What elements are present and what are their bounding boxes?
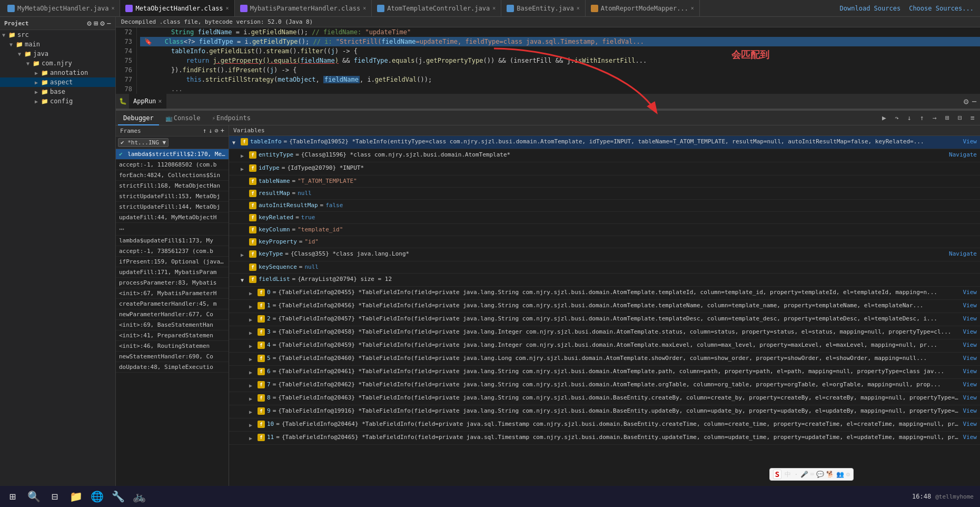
sogou-chinese-mode[interactable]: 中: [784, 470, 792, 479]
var-expand-field4[interactable]: ▶: [249, 340, 258, 351]
var-view-link-4[interactable]: View: [963, 340, 977, 350]
tab-metaobjecthandler[interactable]: MetaObjectHandler.class ×: [120, 0, 234, 17]
var-view-link-1[interactable]: View: [963, 301, 977, 310]
frame-item-13[interactable]: createParameterHandler:45, m: [116, 299, 229, 309]
sidebar-settings-icon[interactable]: ⚙: [87, 19, 91, 27]
frame-item-fold-icon[interactable]: ⋯: [116, 223, 229, 236]
frame-item-14[interactable]: newParameterHandler:677, Co: [116, 309, 229, 320]
taskbar-start[interactable]: ⊞: [2, 487, 23, 506]
frame-item-6[interactable]: updateFill:44, MyMetaObjectH: [116, 212, 229, 223]
tab-close-3[interactable]: ×: [363, 5, 366, 11]
var-row-field-0[interactable]: ▶ f 0 = {TableFieldInfo@20455} *TableFie…: [229, 287, 980, 300]
frames-toolbar-up[interactable]: ↑: [203, 127, 206, 134]
var-expand-field7[interactable]: ▶: [249, 380, 258, 391]
tree-item-com-njry[interactable]: ▼ 📁 com.njry: [0, 58, 115, 68]
sidebar-gear-icon[interactable]: ⚙: [100, 19, 104, 27]
taskbar-bike[interactable]: 🚲: [128, 487, 150, 506]
var-row-field-5[interactable]: ▶ f 5 = {TableFieldInfo@20460} *TableFie…: [229, 353, 980, 366]
var-view-link-2[interactable]: View: [963, 314, 977, 324]
var-row-entitytype[interactable]: ▶ f entityType = {Class@11596} *class co…: [229, 149, 980, 162]
var-navigate-link-keytype[interactable]: Navigate: [949, 249, 977, 259]
tab-atomtemplatecontroller[interactable]: AtomTemplateController.java ×: [372, 0, 501, 17]
var-expand-tableinfo[interactable]: ▼: [232, 137, 241, 148]
sogou-emoji-icon[interactable]: 🐕: [826, 471, 834, 478]
close-debug-panel-icon[interactable]: −: [972, 96, 977, 106]
tree-item-src[interactable]: ▼ 📁 src: [0, 30, 115, 40]
var-view-link-7[interactable]: View: [963, 380, 977, 389]
taskbar-edge[interactable]: 🌐: [86, 487, 107, 506]
app-run-close-icon[interactable]: ×: [158, 97, 162, 105]
taskbar-intellij[interactable]: 🔧: [107, 487, 128, 506]
run-to-cursor-btn[interactable]: →: [929, 113, 940, 123]
download-sources-link[interactable]: Download Sources: [840, 5, 901, 12]
tab-debugger[interactable]: Debugger: [118, 111, 159, 125]
step-into-btn[interactable]: ↓: [904, 113, 915, 123]
var-expand-idtype[interactable]: ▶: [241, 163, 249, 174]
tab-endpoints[interactable]: ⚡Endpoints: [206, 111, 256, 125]
var-navigate-link-entitytype[interactable]: Navigate: [949, 150, 977, 160]
var-expand-fieldlist[interactable]: ▼: [241, 275, 249, 285]
frame-item-11[interactable]: processParameter:83, Mybatis: [116, 278, 229, 288]
layout-btn[interactable]: ⊟: [955, 113, 965, 123]
frame-item-2[interactable]: forEach:4824, Collections$Sin: [116, 170, 229, 181]
var-row-resultmap[interactable]: f resultMap = null: [229, 188, 980, 200]
sogou-logo[interactable]: S: [773, 470, 781, 479]
tab-atomreportmodemapper[interactable]: AtomReportModeMapper... ×: [586, 0, 700, 17]
var-expand-keytype[interactable]: ▶: [241, 249, 249, 260]
gear-settings-icon[interactable]: ⚙: [964, 96, 969, 106]
var-view-link-10[interactable]: View: [963, 420, 977, 429]
var-row-keycolumn[interactable]: f keyColumn = "template_id": [229, 224, 980, 236]
evaluate-btn[interactable]: ⊞: [942, 113, 953, 123]
sogou-keyboard-icon[interactable]: ⌨: [810, 471, 814, 478]
var-row-field-3[interactable]: ▶ f 3 = {TableFieldInfo@20458} *TableFie…: [229, 326, 980, 339]
frame-item-9[interactable]: ifPresent:159, Optional (java.u: [116, 257, 229, 267]
var-row-field-10[interactable]: ▶ f 10 = {TableFieldInfo@20464} *TableFi…: [229, 418, 980, 432]
sogou-people-icon[interactable]: 👥: [836, 471, 844, 478]
frames-toolbar-down[interactable]: ↓: [209, 127, 212, 134]
frame-item-3[interactable]: strictFill:168, MetaObjectHan: [116, 181, 229, 191]
sogou-chat-icon[interactable]: 💬: [816, 471, 824, 478]
frames-add-icon[interactable]: +: [221, 127, 224, 134]
var-row-idtype[interactable]: ▶ f idType = {IdType@20790} *INPUT*: [229, 162, 980, 175]
var-row-field-8[interactable]: ▶ f 8 = {TableFieldInfo@20463} *TableFie…: [229, 392, 980, 405]
app-run-tab[interactable]: AppRun ×: [129, 94, 166, 109]
var-view-link-0[interactable]: View: [963, 288, 977, 297]
frame-item-4[interactable]: strictUpdateFill:153, MetaObj: [116, 191, 229, 202]
var-row-field-4[interactable]: ▶ f 4 = {TableFieldInfo@20459} *TableFie…: [229, 339, 980, 353]
tab-close-1[interactable]: ×: [111, 5, 114, 11]
tab-baseentity[interactable]: BaseEntity.java ×: [501, 0, 585, 17]
frame-item-15[interactable]: <init>:69, BaseStatementHan: [116, 320, 229, 330]
tab-close-4[interactable]: ×: [492, 5, 496, 11]
sogou-settings-icon[interactable]: ⚙: [846, 471, 850, 478]
var-row-tableinfo[interactable]: ▼ f tableInfo = {TableInfo@19052} *Table…: [229, 136, 980, 149]
frame-item-18[interactable]: newStatementHandler:690, Co: [116, 352, 229, 362]
frame-item-0[interactable]: ✔ lambda$strictFill$2:170, Meta: [116, 149, 229, 160]
var-row-field-11[interactable]: ▶ f 11 = {TableFieldInfo@20465} *TableFi…: [229, 432, 980, 445]
var-expand-field0[interactable]: ▶: [249, 288, 258, 298]
var-expand-field11[interactable]: ▶: [249, 433, 258, 443]
frames-filter-icon[interactable]: ⊘: [215, 127, 219, 134]
var-expand-field5[interactable]: ▶: [249, 354, 258, 364]
var-row-field-7[interactable]: ▶ f 7 = {TableFieldInfo@20462} *TableFie…: [229, 379, 980, 392]
tab-close-6[interactable]: ×: [691, 5, 694, 11]
var-view-link-tableinfo[interactable]: View: [963, 137, 977, 147]
var-expand-entitytype[interactable]: ▶: [241, 150, 249, 161]
frame-thread-dropdown[interactable]: ✔ *ht...ING ▼: [118, 138, 169, 147]
var-row-fieldlist[interactable]: ▼ f fieldList = {ArrayList@20794} size =…: [229, 274, 980, 287]
frame-item-17[interactable]: <init>:46, RoutingStatemen: [116, 341, 229, 352]
var-row-keyrelated[interactable]: f keyRelated = true: [229, 212, 980, 224]
var-view-link-11[interactable]: View: [963, 433, 977, 442]
var-expand-field10[interactable]: ▶: [249, 420, 258, 430]
tree-item-annotation[interactable]: ▶ 📁 annotation: [0, 68, 115, 77]
var-row-tablename[interactable]: f tableName = "T_ATOM_TEMPLATE": [229, 175, 980, 188]
tab-mybatisparameterhandler[interactable]: MybatisParameterHandler.class ×: [235, 0, 372, 17]
var-expand-field3[interactable]: ▶: [249, 327, 258, 338]
var-expand-field8[interactable]: ▶: [249, 393, 258, 404]
var-row-keysequence[interactable]: f keySequence = null: [229, 261, 980, 274]
var-row-field-2[interactable]: ▶ f 2 = {TableFieldInfo@20457} *TableFie…: [229, 313, 980, 326]
var-row-field-1[interactable]: ▶ f 1 = {TableFieldInfo@20456} *TableFie…: [229, 300, 980, 313]
var-view-link-6[interactable]: View: [963, 367, 977, 376]
var-view-link-8[interactable]: View: [963, 393, 977, 403]
step-over-btn[interactable]: ↷: [892, 113, 902, 123]
var-expand-field6[interactable]: ▶: [249, 367, 258, 377]
